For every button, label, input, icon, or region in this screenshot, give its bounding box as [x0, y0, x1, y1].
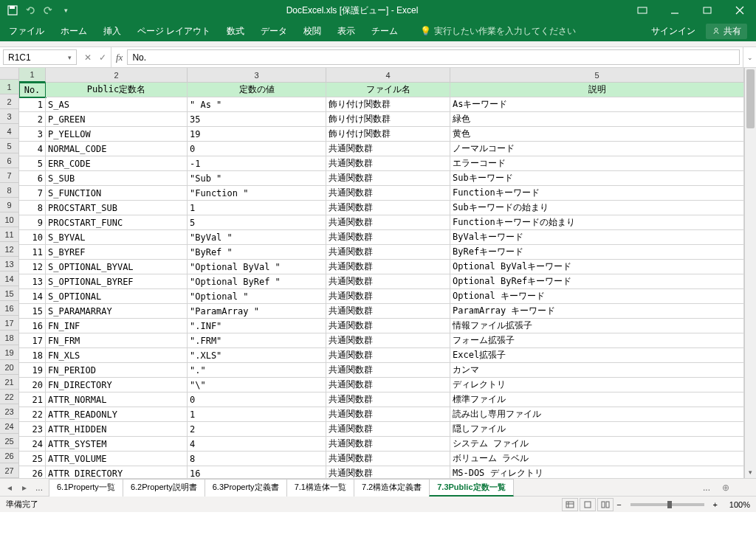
- cell[interactable]: 情報ファイル拡張子: [450, 319, 744, 333]
- cell[interactable]: 13: [19, 274, 46, 289]
- cell[interactable]: 共通関数群: [326, 319, 450, 333]
- normal-view-icon[interactable]: [562, 498, 578, 511]
- formula-input[interactable]: No.: [127, 49, 740, 65]
- tab-formulas[interactable]: 数式: [227, 25, 244, 38]
- select-all-corner[interactable]: [0, 68, 19, 80]
- cell[interactable]: 0: [188, 142, 326, 156]
- cell[interactable]: 17: [19, 333, 46, 348]
- cell[interactable]: Subキーワード: [450, 171, 744, 186]
- cancel-icon[interactable]: ✕: [84, 52, 92, 63]
- cell[interactable]: "Sub ": [188, 171, 326, 186]
- cell[interactable]: 4: [19, 142, 46, 156]
- cell[interactable]: ".FRM": [188, 333, 326, 348]
- table-header-cell[interactable]: 説明: [450, 83, 744, 97]
- maximize-button[interactable]: [691, 0, 724, 21]
- cell[interactable]: 1: [19, 97, 46, 112]
- scroll-thumb[interactable]: [746, 69, 755, 128]
- cell[interactable]: 共通関数群: [326, 289, 450, 304]
- cell[interactable]: Optional キーワード: [450, 289, 744, 304]
- name-box[interactable]: R1C1 ▾: [3, 49, 77, 65]
- row-header[interactable]: 27: [0, 463, 19, 478]
- cell[interactable]: 5: [19, 156, 46, 171]
- row-header[interactable]: 21: [0, 375, 19, 390]
- zoom-thumb[interactable]: [667, 501, 672, 508]
- tab-nav-ellipsis-right[interactable]: ...: [701, 483, 712, 493]
- cell[interactable]: 23: [19, 422, 46, 437]
- cell[interactable]: システム ファイル: [450, 437, 744, 452]
- enter-icon[interactable]: ✓: [99, 52, 106, 63]
- tab-nav-prev-icon[interactable]: ◂: [4, 483, 15, 493]
- tab-view[interactable]: 表示: [337, 25, 355, 38]
- share-button[interactable]: 共有: [706, 24, 747, 39]
- cell[interactable]: ".INF": [188, 319, 326, 333]
- cell[interactable]: 共通関数群: [326, 392, 450, 407]
- row-header[interactable]: 10: [0, 212, 19, 227]
- cell[interactable]: FN_DIRECTORY: [46, 378, 188, 392]
- sheet-tab[interactable]: 6.1Property一覧: [49, 479, 123, 497]
- cell[interactable]: 7: [19, 186, 46, 201]
- save-icon[interactable]: [6, 4, 19, 17]
- table-header-cell[interactable]: No.: [19, 83, 46, 97]
- signin-button[interactable]: サインイン: [651, 25, 695, 38]
- cell[interactable]: 0: [188, 392, 326, 407]
- page-layout-view-icon[interactable]: [580, 498, 596, 511]
- cell[interactable]: FN_FRM: [46, 333, 188, 348]
- cell[interactable]: ParamArray キーワード: [450, 304, 744, 319]
- cell[interactable]: ERR_CODE: [46, 156, 188, 171]
- cell[interactable]: PROCSTART_FUNC: [46, 215, 188, 230]
- cell[interactable]: 共通関数群: [326, 304, 450, 319]
- cell[interactable]: "Function ": [188, 186, 326, 201]
- cell[interactable]: ディレクトリ: [450, 378, 744, 392]
- name-box-dropdown-icon[interactable]: ▾: [68, 54, 72, 61]
- cell[interactable]: 共通関数群: [326, 437, 450, 452]
- cell[interactable]: P_YELLOW: [46, 127, 188, 142]
- cell[interactable]: 5: [188, 215, 326, 230]
- cell[interactable]: 6: [19, 171, 46, 186]
- cell[interactable]: S_AS: [46, 97, 188, 112]
- cell[interactable]: Asキーワード: [450, 97, 744, 112]
- cell[interactable]: -1: [188, 156, 326, 171]
- cell[interactable]: エラーコード: [450, 156, 744, 171]
- cell[interactable]: "\": [188, 378, 326, 392]
- cell[interactable]: ATTR_HIDDEN: [46, 422, 188, 437]
- cell[interactable]: 22: [19, 407, 46, 422]
- cell[interactable]: S_PARAMARRAY: [46, 304, 188, 319]
- cell[interactable]: PROCSTART_SUB: [46, 201, 188, 215]
- cell[interactable]: S_OPTIONAL_BYVAL: [46, 260, 188, 274]
- cell[interactable]: 4: [188, 437, 326, 452]
- row-header[interactable]: 23: [0, 404, 19, 419]
- cell[interactable]: ".XLS": [188, 348, 326, 363]
- cell[interactable]: Functionキーワード: [450, 186, 744, 201]
- cell[interactable]: 共通関数群: [326, 186, 450, 201]
- cell[interactable]: 共通関数群: [326, 422, 450, 437]
- cell[interactable]: 共通関数群: [326, 142, 450, 156]
- cell[interactable]: カンマ: [450, 363, 744, 378]
- cell[interactable]: 3: [19, 127, 46, 142]
- cell[interactable]: 12: [19, 260, 46, 274]
- page-break-view-icon[interactable]: [597, 498, 614, 511]
- cell[interactable]: 飾り付け関数群: [326, 97, 450, 112]
- sheet-tab[interactable]: 7.1構造体一覧: [286, 479, 354, 497]
- cell[interactable]: 飾り付け関数群: [326, 112, 450, 127]
- cell[interactable]: "Optional ByVal ": [188, 260, 326, 274]
- cell[interactable]: 読み出し専用ファイル: [450, 407, 744, 422]
- ribbon-display-icon[interactable]: [626, 0, 659, 21]
- cell[interactable]: Optional ByValキーワード: [450, 260, 744, 274]
- cell[interactable]: 1: [188, 407, 326, 422]
- tab-nav-ellipsis[interactable]: ...: [34, 483, 44, 493]
- tab-review[interactable]: 校閲: [303, 25, 321, 38]
- cell[interactable]: ノーマルコード: [450, 142, 744, 156]
- zoom-percentage[interactable]: 100%: [721, 500, 750, 509]
- cell[interactable]: "Optional ": [188, 289, 326, 304]
- cell[interactable]: 共通関数群: [326, 156, 450, 171]
- tab-home[interactable]: ホーム: [61, 25, 87, 38]
- row-header[interactable]: 19: [0, 345, 19, 360]
- row-header[interactable]: 1: [0, 80, 19, 94]
- row-header[interactable]: 20: [0, 360, 19, 375]
- cell[interactable]: 9: [19, 215, 46, 230]
- cell[interactable]: 15: [19, 304, 46, 319]
- cell[interactable]: Optional ByRefキーワード: [450, 274, 744, 289]
- tab-nav-next-icon[interactable]: ▸: [19, 483, 30, 493]
- tab-insert[interactable]: 挿入: [103, 25, 121, 38]
- row-header[interactable]: 9: [0, 198, 19, 212]
